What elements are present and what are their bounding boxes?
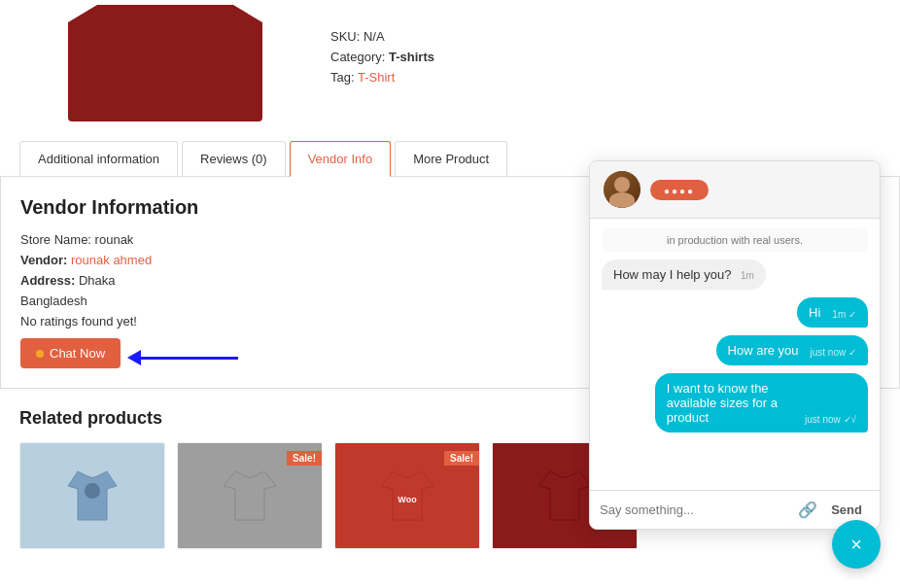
system-message: in production with real users. xyxy=(602,228,868,252)
chat-messages: in production with real users. How may I… xyxy=(590,219,880,490)
product-image-blue xyxy=(20,443,164,548)
product-area: SKU: N/A Category: T-shirts Tag: T-Shirt xyxy=(0,0,900,141)
arrow-indicator xyxy=(127,350,238,365)
store-name-label: Store Name: xyxy=(20,232,91,247)
product-card-2[interactable]: Sale! xyxy=(177,442,323,549)
message-2-text: Hi xyxy=(809,305,820,320)
message-2-time: 1m ✓ xyxy=(832,309,856,320)
avatar-image xyxy=(604,171,640,208)
chat-widget: ●●●● in production with real users. How … xyxy=(589,160,881,530)
tab-more-product[interactable]: More Product xyxy=(395,141,507,176)
attach-icon[interactable]: 🔗 xyxy=(798,501,817,519)
product-card-3[interactable]: Sale! Woo xyxy=(334,442,480,549)
tab-vendor-info[interactable]: Vendor Info xyxy=(290,141,392,177)
arrow-head xyxy=(127,350,141,365)
tab-additional[interactable]: Additional information xyxy=(19,141,178,176)
message-3-time: just now ✓ xyxy=(811,347,856,358)
chat-now-button[interactable]: Chat Now xyxy=(20,338,121,368)
message-4-text: I want to know the available sizes for a… xyxy=(667,381,793,425)
product-meta: SKU: N/A Category: T-shirts Tag: T-Shirt xyxy=(330,0,434,126)
message-3-outgoing: How are you just now ✓ xyxy=(716,335,868,365)
address-label: Address: xyxy=(20,273,75,288)
chat-header: ●●●● xyxy=(590,161,880,219)
tshirt-svg-1 xyxy=(58,462,126,530)
category-line: Category: T-shirts xyxy=(330,50,434,64)
product-image xyxy=(68,5,262,121)
store-name-value: rounak xyxy=(95,232,134,247)
message-1-incoming: How may I help you? 1m xyxy=(602,259,766,290)
address-city: Dhaka xyxy=(79,273,116,288)
category-value: T-shirts xyxy=(389,50,434,64)
message-1-text: How may I help you? xyxy=(613,267,731,282)
message-4-outgoing: I want to know the available sizes for a… xyxy=(655,373,868,432)
tab-reviews[interactable]: Reviews (0) xyxy=(182,141,286,176)
chat-send-button[interactable]: Send xyxy=(823,499,870,521)
sale-badge-2: Sale! xyxy=(287,451,322,466)
product-card-1[interactable] xyxy=(19,442,165,549)
vendor-label: Vendor: xyxy=(20,253,67,267)
tshirt-svg-3: Woo xyxy=(373,462,441,530)
sku-value: N/A xyxy=(363,29,385,44)
category-label: Category: xyxy=(330,50,385,64)
message-4-time: just now ✓√ xyxy=(805,414,856,425)
tshirt-svg-2 xyxy=(216,462,284,530)
chat-message-input[interactable] xyxy=(600,502,792,517)
tag-line: Tag: T-Shirt xyxy=(330,70,434,85)
chat-close-icon: × xyxy=(850,535,862,554)
message-2-outgoing: Hi 1m ✓ xyxy=(797,297,868,328)
sale-badge-3: Sale! xyxy=(444,451,479,466)
chat-name-badge: ●●●● xyxy=(650,180,709,200)
vendor-name-link[interactable]: rounak ahmed xyxy=(71,253,152,267)
chat-status-dot xyxy=(36,350,44,358)
svg-text:Woo: Woo xyxy=(398,495,417,504)
arrow-line xyxy=(141,357,238,360)
chat-btn-label: Chat Now xyxy=(50,346,105,361)
chat-avatar xyxy=(604,171,640,208)
chat-toggle-button[interactable]: × xyxy=(832,520,881,569)
sku-line: SKU: N/A xyxy=(330,29,434,44)
product-image-container xyxy=(19,0,311,126)
tag-label: Tag: xyxy=(330,70,355,85)
svg-point-0 xyxy=(85,483,100,499)
sku-label: SKU: xyxy=(330,29,360,44)
tag-link[interactable]: T-Shirt xyxy=(358,70,395,85)
chat-name-dots: ●●●● xyxy=(664,186,695,196)
chat-input-area: 🔗 Send xyxy=(590,490,880,529)
message-1-time: 1m xyxy=(741,270,754,281)
message-3-text: How are you xyxy=(728,343,799,358)
